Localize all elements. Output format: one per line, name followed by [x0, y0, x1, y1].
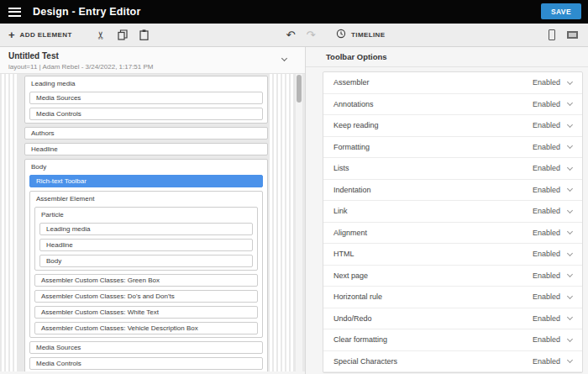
element-box[interactable]: Assembler Custom Classes: Vehicle Descri…	[34, 322, 258, 334]
element-box[interactable]: Leading media	[39, 223, 253, 235]
element-box[interactable]: Authors	[24, 127, 268, 140]
toolbar-option-row: FormattingEnabled	[323, 137, 582, 159]
chevron-down-icon	[567, 293, 573, 299]
chevron-down-icon	[567, 208, 573, 213]
timeline-button[interactable]: TIMELINE	[336, 29, 386, 41]
toolbar-option-row: AlignmentEnabled	[323, 223, 582, 245]
layout-panel: Untitled Test layout=11 | Adam Rebel - 3…	[0, 47, 305, 374]
option-label: Next page	[333, 271, 368, 280]
element-container[interactable]: Assembler ElementParticleLeading mediaHe…	[29, 191, 263, 338]
element-box[interactable]: Assembler Custom Classes: Green Box	[34, 274, 258, 287]
toolbar-option-row: ListsEnabled	[323, 158, 582, 180]
entry-meta: layout=11 | Adam Rebel - 3/24/2022, 1:17…	[8, 63, 297, 71]
paste-icon[interactable]	[138, 29, 151, 42]
entry-header[interactable]: Untitled Test layout=11 | Adam Rebel - 3…	[0, 47, 305, 74]
option-value-dropdown[interactable]: Enabled	[533, 335, 572, 344]
option-value-text: Enabled	[533, 186, 560, 194]
option-label: Horizontal rule	[333, 292, 382, 301]
cut-icon[interactable]: ✂	[94, 29, 108, 42]
option-value-text: Enabled	[533, 100, 560, 108]
option-label: Formatting	[333, 143, 370, 151]
chevron-down-icon	[567, 250, 573, 256]
element-box[interactable]: Media Controls	[29, 357, 263, 370]
vertical-scrollbar[interactable]	[296, 74, 302, 374]
option-value-dropdown[interactable]: Enabled	[533, 250, 572, 258]
element-box[interactable]: Headline	[39, 239, 253, 251]
element-label: Body	[29, 161, 263, 171]
option-label: Alignment	[333, 229, 367, 237]
toolbar-option-row: HTMLEnabled	[323, 244, 582, 266]
add-element-button[interactable]: + ADD ELEMENT	[8, 29, 72, 40]
element-label: Leading media	[29, 78, 263, 88]
element-container[interactable]: ParticleLeading mediaHeadlineBody	[34, 207, 258, 271]
option-value-dropdown[interactable]: Enabled	[533, 292, 572, 301]
option-value-text: Enabled	[533, 357, 560, 366]
option-value-dropdown[interactable]: Enabled	[533, 100, 572, 108]
element-box[interactable]: Assembler Custom Classes: White Text	[34, 306, 258, 319]
element-container[interactable]: Leading mediaMedia SourcesMedia Controls	[24, 76, 268, 124]
element-box[interactable]: Media Controls	[29, 108, 263, 120]
option-value-dropdown[interactable]: Enabled	[533, 164, 572, 172]
chevron-down-icon	[567, 100, 573, 106]
option-label: Annotations	[333, 100, 374, 108]
editor-toolbar: + ADD ELEMENT ✂ ↶ ↷	[0, 24, 588, 47]
undo-icon[interactable]: ↶	[284, 29, 297, 42]
option-value-dropdown[interactable]: Enabled	[533, 271, 572, 280]
element-box[interactable]: Headline	[24, 143, 268, 155]
copy-icon[interactable]	[116, 29, 129, 42]
element-box-selected[interactable]: Rich-text Toolbar	[29, 175, 263, 187]
chevron-down-icon	[567, 271, 573, 277]
chevron-down-icon	[567, 186, 573, 192]
option-value-text: Enabled	[533, 207, 560, 215]
element-box[interactable]: Media Sources	[29, 341, 263, 354]
menu-icon[interactable]	[8, 8, 21, 17]
option-value-dropdown[interactable]: Enabled	[533, 78, 572, 87]
entry-title: Untitled Test	[8, 51, 297, 62]
toolbar-option-row: Undo/RedoEnabled	[323, 308, 582, 330]
redo-icon: ↷	[304, 29, 318, 42]
options-panel-header: Toolbar Options	[306, 47, 588, 67]
vertical-scrollbar-thumb[interactable]	[297, 75, 302, 103]
option-label: Special Characters	[333, 357, 397, 366]
element-container[interactable]: BodyRich-text ToolbarAssembler ElementPa…	[24, 159, 268, 373]
option-label: Link	[333, 207, 348, 215]
option-label: Assembler	[333, 78, 370, 87]
option-value-dropdown[interactable]: Enabled	[533, 314, 572, 323]
option-value-dropdown[interactable]: Enabled	[533, 143, 572, 151]
option-value-text: Enabled	[533, 314, 560, 323]
option-value-text: Enabled	[533, 292, 560, 301]
option-value-dropdown[interactable]: Enabled	[533, 207, 572, 215]
option-value-text: Enabled	[533, 335, 560, 344]
element-label: Particle	[39, 209, 253, 219]
chevron-down-icon	[567, 229, 573, 234]
options-panel-title: Toolbar Options	[326, 52, 387, 61]
option-value-text: Enabled	[533, 121, 560, 129]
chevron-down-icon	[567, 165, 573, 171]
chevron-down-icon	[567, 79, 573, 85]
option-value-text: Enabled	[533, 250, 560, 258]
toolbar-option-row: Keep readingEnabled	[323, 115, 582, 137]
add-element-label: ADD ELEMENT	[20, 31, 72, 39]
option-value-dropdown[interactable]: Enabled	[533, 357, 572, 366]
element-box[interactable]: Assembler Custom Classes: Do's and Don't…	[34, 290, 258, 303]
toolbar-option-row: AnnotationsEnabled	[323, 94, 582, 116]
option-label: Clear formatting	[333, 335, 387, 344]
chevron-down-icon	[567, 357, 573, 363]
phone-preview-icon[interactable]	[549, 29, 555, 40]
element-box[interactable]: Body	[39, 255, 253, 267]
option-value-dropdown[interactable]: Enabled	[533, 186, 572, 194]
option-value-text: Enabled	[533, 229, 560, 237]
save-button[interactable]: SAVE	[541, 3, 581, 19]
option-label: Undo/Redo	[333, 314, 372, 323]
chevron-down-icon	[567, 336, 573, 342]
toolbar-option-row: Special CharactersEnabled	[323, 351, 582, 373]
options-panel: Toolbar Options AssemblerEnabledAnnotati…	[305, 47, 588, 374]
option-value-dropdown[interactable]: Enabled	[533, 229, 572, 237]
option-label: Lists	[333, 164, 349, 172]
toolbar-option-row: LinkEnabled	[323, 201, 582, 223]
option-value-dropdown[interactable]: Enabled	[533, 121, 572, 129]
element-box[interactable]: Media Sources	[29, 92, 263, 104]
toolbar-option-row: Next pageEnabled	[323, 266, 582, 287]
desktop-preview-icon[interactable]	[567, 31, 578, 39]
chevron-down-icon	[567, 314, 573, 320]
